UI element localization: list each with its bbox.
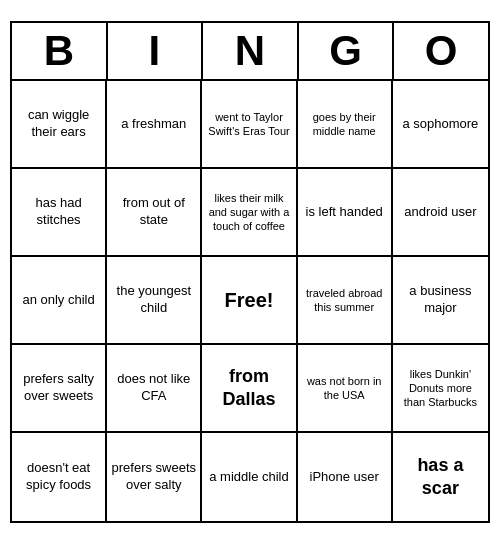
bingo-cell-6[interactable]: from out of state xyxy=(107,169,202,257)
bingo-cell-16[interactable]: does not like CFA xyxy=(107,345,202,433)
bingo-cell-17[interactable]: from Dallas xyxy=(202,345,297,433)
bingo-cell-0[interactable]: can wiggle their ears xyxy=(12,81,107,169)
bingo-cell-14[interactable]: a business major xyxy=(393,257,488,345)
bingo-cell-21[interactable]: prefers sweets over salty xyxy=(107,433,202,521)
bingo-cell-20[interactable]: doesn't eat spicy foods xyxy=(12,433,107,521)
bingo-cell-3[interactable]: goes by their middle name xyxy=(298,81,393,169)
bingo-cell-22[interactable]: a middle child xyxy=(202,433,297,521)
bingo-cell-15[interactable]: prefers salty over sweets xyxy=(12,345,107,433)
bingo-cell-8[interactable]: is left handed xyxy=(298,169,393,257)
bingo-cell-4[interactable]: a sophomore xyxy=(393,81,488,169)
header-letter-i: I xyxy=(108,23,204,79)
bingo-cell-18[interactable]: was not born in the USA xyxy=(298,345,393,433)
header-letter-g: G xyxy=(299,23,395,79)
bingo-cell-11[interactable]: the youngest child xyxy=(107,257,202,345)
bingo-cell-13[interactable]: traveled abroad this summer xyxy=(298,257,393,345)
bingo-cell-2[interactable]: went to Taylor Swift's Eras Tour xyxy=(202,81,297,169)
bingo-cell-12[interactable]: Free! xyxy=(202,257,297,345)
bingo-header: BINGO xyxy=(12,23,488,81)
bingo-cell-1[interactable]: a freshman xyxy=(107,81,202,169)
bingo-cell-10[interactable]: an only child xyxy=(12,257,107,345)
bingo-grid: can wiggle their earsa freshmanwent to T… xyxy=(12,81,488,521)
bingo-cell-7[interactable]: likes their milk and sugar with a touch … xyxy=(202,169,297,257)
header-letter-b: B xyxy=(12,23,108,79)
bingo-card: BINGO can wiggle their earsa freshmanwen… xyxy=(10,21,490,523)
header-letter-o: O xyxy=(394,23,488,79)
bingo-cell-5[interactable]: has had stitches xyxy=(12,169,107,257)
bingo-cell-23[interactable]: iPhone user xyxy=(298,433,393,521)
header-letter-n: N xyxy=(203,23,299,79)
bingo-cell-19[interactable]: likes Dunkin' Donuts more than Starbucks xyxy=(393,345,488,433)
bingo-cell-9[interactable]: android user xyxy=(393,169,488,257)
bingo-cell-24[interactable]: has a scar xyxy=(393,433,488,521)
